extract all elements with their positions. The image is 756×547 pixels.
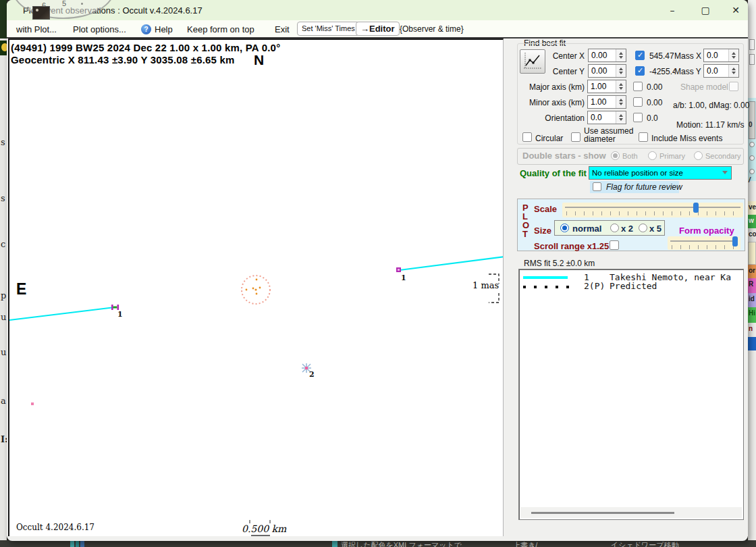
help-icon[interactable]: ? (141, 24, 151, 34)
edge-text: R (748, 278, 756, 293)
include-miss-checkbox[interactable] (639, 132, 648, 142)
mass-x-value[interactable]: 0.0 (704, 49, 728, 61)
size-radio-group: normal x 2 x 5 (554, 220, 665, 236)
edge-block (749, 39, 755, 50)
minor-axis-input[interactable]: 1.00 (587, 95, 626, 109)
edge-text: p (1, 290, 6, 301)
fit-x-checkbox[interactable] (635, 51, 645, 60)
chord-1-end-marker[interactable] (117, 305, 119, 310)
circular-label: Circular (535, 134, 563, 143)
version-label: Occult 4.2024.6.17 (16, 523, 94, 532)
double-secondary-radio[interactable] (694, 151, 703, 160)
circular-checkbox[interactable] (522, 132, 532, 142)
scale-slider-thumb[interactable] (693, 203, 699, 213)
scale-slider[interactable] (562, 203, 743, 217)
taskbar-text: 選択した配色をXMLフォーマットで (341, 540, 462, 547)
chord-1-line[interactable] (9, 307, 115, 320)
chord-1-end-marker[interactable] (111, 305, 113, 310)
title-bar[interactable]: Plot Event observations : Occult v.4.202… (7, 0, 748, 20)
shape-model-checkbox[interactable] (729, 82, 738, 91)
double-primary-radio[interactable] (648, 151, 657, 160)
double-both-radio[interactable] (611, 151, 620, 160)
major-axis-input[interactable]: 1.00 (587, 80, 626, 93)
include-miss-label: Include Miss events (651, 134, 722, 143)
set-miss-times-button[interactable]: Set 'Miss' Times (297, 22, 360, 36)
menu-observer-time[interactable]: {Observer & time} (400, 24, 464, 34)
mass-y-input[interactable]: 0.0 (703, 64, 739, 78)
major-axis-label: Major axis (km) (521, 82, 585, 92)
legend-row-name[interactable]: Predicted (610, 281, 657, 291)
quality-dropdown[interactable]: No reliable position or size (589, 166, 732, 180)
size-label: Size (534, 226, 551, 236)
center-y-input[interactable]: 0.00 (588, 64, 626, 78)
editor-button[interactable]: →Editor (356, 22, 400, 36)
size-x5-radio[interactable] (639, 224, 647, 232)
close-button[interactable]: ✕ (728, 3, 743, 17)
form-opacity-label: Form opacity (679, 226, 734, 236)
double-stars-title: Double stars - show (522, 151, 606, 161)
taskbar-text: イシェドワープ移動 (611, 540, 679, 547)
minor-axis-value[interactable]: 1.00 (588, 96, 616, 108)
flag-review-checkbox[interactable] (593, 182, 601, 191)
menu-with-plot[interactable]: with Plot... (16, 24, 57, 34)
menu-exit[interactable]: Exit (275, 24, 290, 34)
edge-text: c (1, 239, 5, 249)
chord-1-end-marker[interactable] (113, 307, 117, 309)
taskbar-text: 上書き/ (513, 540, 537, 547)
minimize-button[interactable]: – (665, 3, 680, 17)
chart-icon (521, 51, 544, 72)
center-x-input[interactable]: 0.00 (588, 49, 626, 62)
orientation-input[interactable]: 0.0 (587, 111, 626, 124)
edge-radio (749, 155, 755, 161)
use-assumed-checkbox[interactable] (571, 132, 580, 142)
edge-radio (749, 169, 755, 174)
menu-plot-options[interactable]: Plot options... (73, 24, 126, 34)
maximize-button[interactable]: ▢ (698, 3, 713, 17)
legend-row-num[interactable]: 2(P) (584, 281, 605, 291)
size-normal-radio[interactable] (560, 224, 569, 232)
edge-text: Hi (748, 307, 756, 323)
predicted-label: 2 (309, 370, 315, 379)
scroll-range-checkbox[interactable] (610, 240, 619, 250)
center-x-stepper[interactable] (616, 49, 626, 61)
mass-x-stepper[interactable] (728, 49, 738, 61)
fit-major-checkbox[interactable] (633, 82, 643, 91)
edge-block (749, 54, 755, 65)
major-axis-stepper[interactable] (616, 80, 626, 93)
edge-text: ve (748, 201, 756, 215)
fit-orientation-checkbox[interactable] (633, 113, 643, 122)
shape-model-label: Shape model (680, 82, 728, 92)
edge-text: n (748, 323, 756, 337)
fit-minor-checkbox[interactable] (633, 97, 643, 107)
mass-y-stepper[interactable] (728, 65, 738, 77)
chord-2-line[interactable] (400, 257, 504, 270)
orientation-stepper[interactable] (616, 111, 626, 124)
fit-y-checkbox[interactable] (635, 66, 645, 76)
edge-text: a (1, 396, 6, 406)
plot-area[interactable]: (49491) 1999 BW25 2024 Dec 22 1.00 x 1.0… (8, 38, 504, 536)
plot-controls-box: P L O T Scale Size normal x 2 x 5 (517, 199, 745, 251)
menu-keep-on-top[interactable]: Keep form on top (187, 24, 254, 34)
body-dot (246, 289, 248, 291)
chord-2-label: 1 (401, 274, 406, 282)
orientation-label: Orientation (521, 113, 585, 123)
orientation-value[interactable]: 0.0 (588, 111, 616, 124)
mass-y-value[interactable]: 0.0 (704, 65, 728, 77)
body-dot (259, 287, 261, 289)
form-opacity-slider-thumb[interactable] (732, 236, 738, 246)
mass-x-input[interactable]: 0.0 (703, 49, 739, 62)
menu-help[interactable]: Help (155, 24, 173, 34)
edge-text: or (748, 265, 756, 278)
legend-hscrollbar-thumb[interactable] (531, 512, 674, 514)
chevron-down-icon (722, 171, 728, 174)
center-x-value[interactable]: 0.00 (589, 49, 616, 61)
double-primary-label: Primary (659, 152, 685, 160)
observations-legend[interactable]: 1 Takeshi Nemoto, near Ka 2(P) Predicted (518, 269, 744, 520)
major-axis-value[interactable]: 1.00 (588, 80, 616, 93)
minor-axis-stepper[interactable] (616, 96, 626, 108)
size-x2-radio[interactable] (610, 224, 619, 232)
background-window-right-edge: 0 / ve w co or R id Hi n (748, 0, 756, 547)
center-y-stepper[interactable] (616, 65, 626, 77)
form-opacity-slider[interactable] (668, 236, 740, 250)
center-y-value[interactable]: 0.00 (589, 65, 616, 77)
